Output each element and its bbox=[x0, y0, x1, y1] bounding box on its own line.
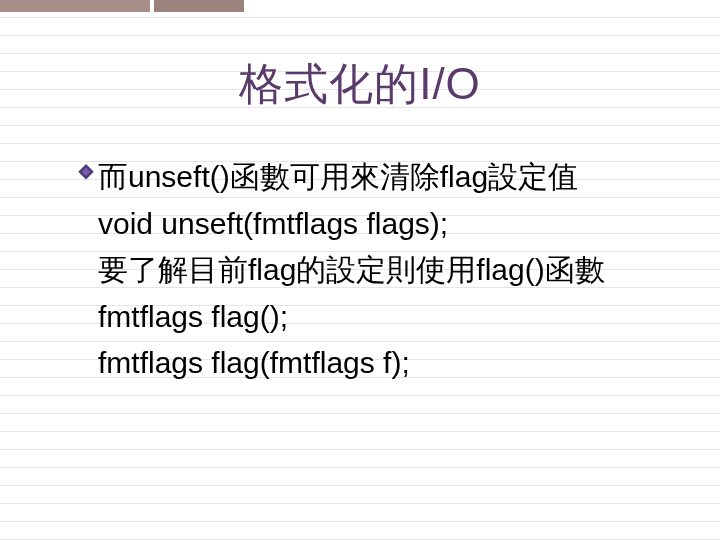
body-line-5: fmtflags flag(fmtflags f); bbox=[98, 340, 680, 387]
bullet-row: 而unseft()函數可用來清除flag設定值 bbox=[78, 154, 680, 201]
diamond-bullet-icon bbox=[78, 164, 94, 184]
bullet-line-1: 而unseft()函數可用來清除flag設定值 bbox=[98, 154, 578, 201]
top-decor-bars bbox=[0, 0, 248, 12]
body-line-3: 要了解目前flag的設定則使用flag()函數 bbox=[98, 247, 680, 294]
decor-bar-2 bbox=[154, 0, 244, 12]
decor-bar-1 bbox=[0, 0, 150, 12]
slide-content: 格式化的I/O 而unseft()函數可用來清除flag設定值 void uns… bbox=[0, 0, 720, 387]
body-line-2: void unseft(fmtflags flags); bbox=[98, 201, 680, 248]
body-content: 而unseft()函數可用來清除flag設定值 void unseft(fmtf… bbox=[78, 154, 680, 387]
slide-title: 格式化的I/O bbox=[0, 55, 720, 114]
body-line-4: fmtflags flag(); bbox=[98, 294, 680, 341]
